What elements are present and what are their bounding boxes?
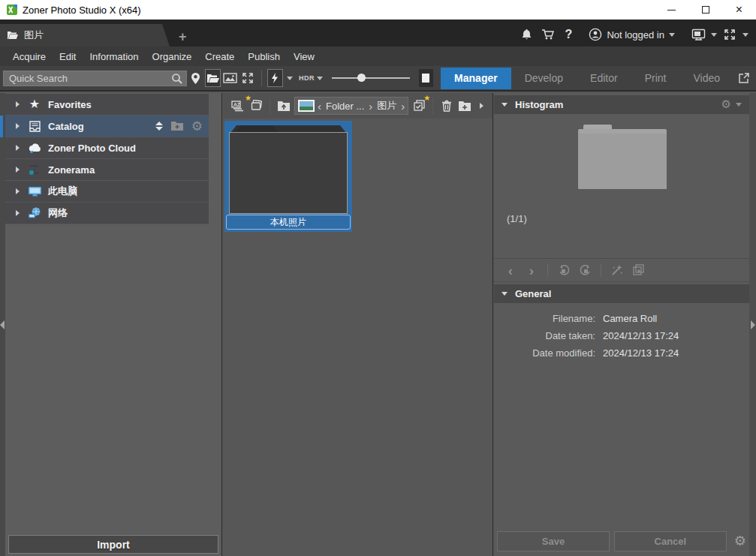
maximize-button[interactable] <box>688 0 722 20</box>
menubar: Acquire Edit Information Organize Create… <box>0 47 756 66</box>
menu-information[interactable]: Information <box>83 48 145 65</box>
preview-area <box>494 114 749 206</box>
quick-edits-button[interactable] <box>267 69 283 87</box>
slider-track <box>332 77 410 79</box>
fullscreen-caret-icon[interactable] <box>742 33 748 37</box>
current-folder-thumb-icon[interactable] <box>298 100 315 112</box>
info-label: Date modified: <box>494 347 595 359</box>
menu-create[interactable]: Create <box>198 48 241 65</box>
display-profile-caret-icon[interactable] <box>711 33 717 37</box>
quick-edits-caret-icon[interactable] <box>287 77 293 80</box>
filter-button[interactable]: ★ <box>247 97 265 115</box>
rotate-right-button[interactable] <box>576 261 594 279</box>
star-badge-icon: ★ <box>423 95 430 102</box>
import-button[interactable]: Import <box>8 535 218 554</box>
info-row-date-modified: Date modified: 2024/12/13 17:24 <box>494 344 749 362</box>
general-section-header[interactable]: General <box>494 284 749 303</box>
breadcrumb-segment-folder[interactable]: Folder ... <box>324 101 366 112</box>
footer-settings-icon[interactable]: ⚙ <box>734 534 746 548</box>
menu-acquire[interactable]: Acquire <box>6 48 53 65</box>
expand-arrow-icon[interactable] <box>16 123 20 129</box>
zonerama-icon <box>27 164 42 176</box>
rotate-left-button[interactable] <box>555 261 573 279</box>
search-input[interactable] <box>4 71 186 86</box>
menu-edit[interactable]: Edit <box>53 48 83 65</box>
histogram-settings-caret-icon[interactable] <box>736 103 742 107</box>
hdr-caret-icon[interactable] <box>317 77 323 80</box>
delete-button[interactable] <box>438 97 456 115</box>
auto-enhance-button[interactable] <box>608 261 626 279</box>
mode-tab-video[interactable]: Video <box>679 68 733 89</box>
notifications-button[interactable] <box>518 27 535 42</box>
sidebar-item-this-pc[interactable]: 此电脑 <box>5 181 209 203</box>
mode-tab-print[interactable]: Print <box>631 68 680 89</box>
lightning-icon <box>270 72 279 84</box>
toolbar-overflow-icon[interactable] <box>480 103 483 109</box>
thumbnail-size-slider[interactable] <box>332 71 410 86</box>
external-link-icon <box>738 72 750 84</box>
menu-publish[interactable]: Publish <box>241 48 287 65</box>
account-menu[interactable]: Not logged in <box>589 28 675 41</box>
folder-up-button[interactable] <box>275 97 293 115</box>
quick-search[interactable] <box>3 71 187 86</box>
previous-button[interactable]: ‹ <box>501 261 520 279</box>
expand-arrow-icon[interactable] <box>16 101 20 107</box>
histogram-section-header[interactable]: Histogram ⚙ <box>494 95 749 114</box>
store-button[interactable] <box>539 27 556 42</box>
catalog-settings-icon[interactable]: ⚙ <box>191 120 203 133</box>
expand-arrow-icon[interactable] <box>16 188 20 194</box>
fullscreen-button[interactable] <box>721 27 738 42</box>
next-button[interactable]: › <box>523 261 541 279</box>
compare-view-button[interactable] <box>419 69 433 87</box>
slider-thumb[interactable] <box>357 74 366 82</box>
display-profile-button[interactable] <box>690 27 706 42</box>
preview-mode-button[interactable] <box>222 69 238 87</box>
sidebar-collapse-strip[interactable] <box>0 93 5 556</box>
new-folder-icon[interactable] <box>170 121 184 131</box>
minimize-button[interactable] <box>655 0 688 20</box>
expand-arrow-icon[interactable] <box>16 210 20 216</box>
cancel-button[interactable]: Cancel <box>614 531 727 551</box>
sidebar-item-catalog[interactable]: Catalog ⚙ <box>5 116 209 137</box>
new-tab-button[interactable]: + <box>179 30 187 44</box>
breadcrumb-segment-pictures[interactable]: 图片 <box>375 99 398 113</box>
breadcrumb-back-button[interactable]: ‹ <box>318 101 321 112</box>
expand-arrow-icon[interactable] <box>16 145 20 151</box>
help-icon: ? <box>565 28 572 41</box>
map-pin-icon <box>191 72 200 85</box>
browse-mode-button[interactable] <box>205 69 221 87</box>
sidebar-item-zoner-photo-cloud[interactable]: Zoner Photo Cloud <box>5 137 209 159</box>
menu-organize[interactable]: Organize <box>146 48 199 65</box>
add-copy-button[interactable] <box>629 261 647 279</box>
menu-view[interactable]: View <box>287 48 321 65</box>
new-folder-button[interactable] <box>456 97 474 115</box>
info-value: 2024/12/13 17:24 <box>603 330 679 341</box>
folder-tile-label: 本机照片 <box>226 215 351 230</box>
inspector-collapse-strip[interactable] <box>749 93 756 556</box>
sort-order-button[interactable] <box>155 122 163 131</box>
sidebar-item-zonerama[interactable]: Zonerama <box>5 159 209 181</box>
hdr-label[interactable]: HDR <box>299 74 315 82</box>
mode-tab-manager[interactable]: Manager <box>441 68 511 89</box>
help-button[interactable]: ? <box>560 27 577 42</box>
save-button[interactable]: Save <box>497 531 610 551</box>
select-button[interactable]: ★ <box>410 97 428 115</box>
mode-tab-editor[interactable]: Editor <box>577 68 631 89</box>
folder-thumbnail <box>227 125 349 214</box>
close-button[interactable]: × <box>722 0 756 20</box>
folder-plus-icon <box>458 101 471 112</box>
navigation-sidebar: ★ Favorites Catalog <box>0 93 222 556</box>
document-tab[interactable]: 图片 <box>0 24 170 47</box>
histogram-settings-icon[interactable]: ⚙ <box>721 99 731 110</box>
gps-button[interactable] <box>188 69 203 87</box>
sidebar-item-favorites[interactable]: ★ Favorites <box>5 94 209 116</box>
breadcrumb-expand-icon[interactable]: › <box>401 101 405 112</box>
undock-button[interactable] <box>738 72 750 84</box>
fullscreen-preview-button[interactable] <box>240 69 256 87</box>
network-icon <box>27 207 42 219</box>
expand-arrow-icon[interactable] <box>16 167 20 173</box>
folder-up-icon <box>277 101 291 112</box>
folder-tile-selected[interactable]: 本机照片 <box>224 121 352 232</box>
sidebar-item-network[interactable]: 网络 <box>5 203 209 224</box>
mode-tab-develop[interactable]: Develop <box>511 68 577 89</box>
